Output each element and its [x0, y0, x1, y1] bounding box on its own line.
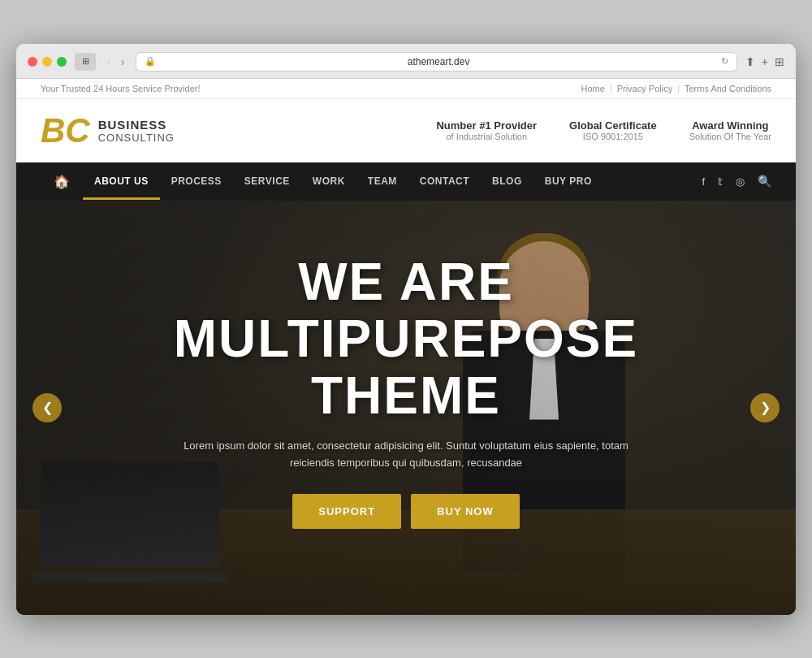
logo-text-block: BUSINESS CONSULTING	[98, 118, 175, 144]
header-stats: Number #1 Provider of Industrial Solutio…	[436, 119, 771, 141]
nav-about-us[interactable]: ABOUT US	[83, 162, 160, 200]
top-bar: Your Trusted 24 Hours Service Provider! …	[16, 79, 796, 99]
nav-process[interactable]: PROCESS	[160, 162, 233, 200]
nav-left: 🏠 ABOUT US PROCESS SERVICE WORK TEAM CON…	[41, 162, 603, 201]
slider-next-arrow[interactable]: ❯	[750, 393, 780, 422]
address-bar[interactable]: 🔒 athemeart.dev ↻	[136, 52, 736, 71]
stat-provider: Number #1 Provider of Industrial Solutio…	[436, 119, 537, 141]
browser-actions: ⬆ + ⊞	[745, 55, 784, 68]
stat-provider-title: Number #1 Provider	[436, 119, 537, 132]
nav-arrows: ‹ ›	[104, 54, 127, 70]
logo-business: BUSINESS	[98, 118, 175, 132]
nav-blog[interactable]: BLOG	[481, 162, 533, 200]
twitter-icon[interactable]: 𝕥	[718, 175, 723, 188]
tabs-icon[interactable]: ⊞	[775, 55, 784, 68]
nav-contact[interactable]: CONTACT	[408, 162, 481, 200]
stat-award-title: Award Winning	[689, 119, 771, 132]
stat-certificate-title: Global Certificate	[569, 119, 657, 132]
stat-provider-sub: of Industrial Solution	[436, 132, 537, 141]
hero-buttons: SUPPORT BUY NOW	[292, 494, 519, 529]
share-icon[interactable]: ⬆	[745, 55, 755, 68]
lock-icon: 🔒	[145, 56, 156, 67]
slider-prev-arrow[interactable]: ❮	[32, 393, 62, 422]
new-tab-icon[interactable]: +	[762, 55, 768, 68]
instagram-icon[interactable]: ◎	[736, 175, 745, 188]
top-bar-tagline: Your Trusted 24 Hours Service Provider!	[41, 84, 200, 93]
stat-award-sub: Solution Of The Year	[689, 132, 771, 141]
refresh-icon[interactable]: ↻	[721, 56, 728, 67]
url-text: athemeart.dev	[161, 56, 715, 67]
stat-certificate-sub: ISO 9001:2015	[569, 132, 657, 141]
traffic-lights	[28, 57, 67, 67]
hero-title-line2: MULTIPUREPOSE THEME	[97, 310, 715, 425]
browser-controls: ⊞	[75, 53, 96, 71]
logo-bc-letters: BC	[41, 114, 90, 148]
stat-certificate: Global Certificate ISO 9001:2015	[569, 119, 657, 141]
facebook-icon[interactable]: f	[702, 175, 705, 188]
site-header: BC BUSINESS CONSULTING Number #1 Provide…	[16, 99, 796, 162]
nav-service[interactable]: SERVICE	[233, 162, 301, 200]
website-content: Your Trusted 24 Hours Service Provider! …	[16, 79, 796, 615]
site-logo[interactable]: BC BUSINESS CONSULTING	[41, 114, 175, 148]
hero-section: WE ARE MULTIPUREPOSE THEME Lorem ipsum d…	[16, 201, 796, 615]
stat-award: Award Winning Solution Of The Year	[689, 119, 771, 141]
browser-chrome: ⊞ ‹ › 🔒 athemeart.dev ↻ ⬆ + ⊞	[16, 44, 796, 79]
privacy-link[interactable]: Privacy Policy	[617, 84, 672, 93]
nav-buy-pro[interactable]: BUY PRO	[533, 162, 603, 200]
nav-right: f 𝕥 ◎ 🔍	[702, 175, 771, 188]
site-nav: 🏠 ABOUT US PROCESS SERVICE WORK TEAM CON…	[16, 162, 796, 201]
support-button[interactable]: SUPPORT	[292, 494, 401, 529]
nav-team[interactable]: TEAM	[356, 162, 408, 200]
home-link[interactable]: Home	[581, 84, 604, 93]
terms-link[interactable]: Terms And Conditions	[685, 84, 771, 93]
nav-home-icon[interactable]: 🏠	[41, 162, 83, 201]
hero-content: WE ARE MULTIPUREPOSE THEME Lorem ipsum d…	[16, 201, 796, 615]
close-button[interactable]	[28, 57, 37, 67]
minimize-button[interactable]	[42, 57, 52, 67]
nav-work[interactable]: WORK	[301, 162, 356, 200]
grid-view-button[interactable]: ⊞	[75, 53, 96, 71]
buy-now-button[interactable]: BUY NOW	[411, 494, 520, 529]
search-icon[interactable]: 🔍	[758, 175, 771, 188]
forward-arrow[interactable]: ›	[118, 54, 128, 70]
hero-title-line1: WE ARE	[298, 253, 514, 310]
hero-description: Lorem ipsum dolor sit amet, consectetur …	[179, 438, 633, 472]
fullscreen-button[interactable]	[57, 57, 67, 67]
back-arrow[interactable]: ‹	[104, 54, 114, 70]
top-bar-links: Home | Privacy Policy | Terms And Condit…	[581, 84, 771, 93]
logo-consulting: CONSULTING	[98, 132, 175, 144]
browser-window: ⊞ ‹ › 🔒 athemeart.dev ↻ ⬆ + ⊞ Your Trust…	[16, 44, 796, 615]
